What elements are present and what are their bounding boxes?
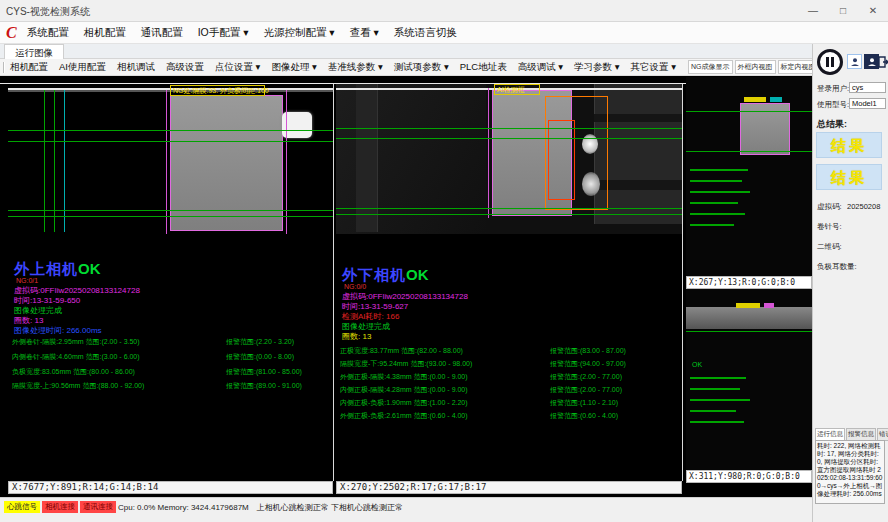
model-label: 使用型号:	[817, 100, 849, 110]
menu-light-config[interactable]: 光源控制配置 ▾	[263, 26, 334, 40]
measurement-alarm: 报警范围:(89.00 - 91.00)	[226, 381, 302, 391]
measurement-row: 内侧正极-负极:1.90mm 范围:(1.00 - 2.20)	[340, 398, 468, 408]
measurement-row: 隔膜宽度-上:90.56mm 范围:(88.00 - 92.00)	[12, 381, 144, 391]
thumbtab-outer-view[interactable]: 外框内视图	[735, 60, 776, 74]
measurement-alarm: 报警范围:(2.00 - 77.00)	[550, 385, 622, 395]
neg-tab-count-label: 负极耳数量:	[817, 262, 857, 272]
tool-ai-config[interactable]: AI使用配置	[59, 61, 106, 74]
tool-test-params[interactable]: 测试项参数 ▾	[394, 61, 449, 74]
pause-button[interactable]	[817, 49, 843, 75]
measurement-alarm: 报警范围:(0.60 - 4.00)	[550, 411, 618, 421]
measure-line-h1	[336, 128, 682, 129]
tool-other-settings[interactable]: 其它设置 ▾	[631, 61, 676, 74]
heartbeat-badge: 心跳信号	[4, 501, 40, 513]
exit-door-icon	[877, 56, 888, 68]
camera-name: 外上相机	[14, 260, 78, 277]
guide-line-magenta-right	[286, 90, 287, 234]
tab-strip: 运行图像	[0, 44, 812, 59]
thumbtab-ng-display[interactable]: NG成像显示	[688, 60, 733, 74]
panel-separator-2	[682, 84, 683, 481]
measure-line-h2	[336, 138, 682, 139]
upper-camera-view[interactable]: NG处:隔膜:93. 外负极间距:100 外上相机OK NG:0/1 虚拟码:0…	[8, 84, 333, 481]
measurement-alarm: 报警范围:(94.00 - 97.00)	[550, 359, 626, 369]
measurement-row: 外侧卷针-隔膜:2.95mm 范围:(2.00 - 3.50)	[12, 337, 140, 347]
total-result-label: 总结果:	[817, 118, 847, 131]
thumb1-line1	[686, 111, 812, 112]
thumb2-text-line	[690, 410, 736, 412]
menu-language-switch[interactable]: 系统语言切换	[394, 26, 457, 40]
measurement-row: 内侧卷针-隔膜:4.60mm 范围:(3.00 - 6.00)	[12, 352, 140, 362]
menu-comm-config[interactable]: 通讯配置	[141, 26, 183, 40]
glare-spot-1	[582, 134, 598, 154]
right-sidebar: 登录用户: cys 使用型号: Model1 总结果: 结果 结果 虚拟码: 2…	[812, 44, 888, 522]
tool-advanced-settings[interactable]: 高级设置	[166, 61, 204, 74]
lower-camera-view[interactable]: AI检测框 外下相机OK NG:0/0 虚拟码:0FFIiw2025020813…	[336, 84, 682, 481]
result-badge-upper: 结果	[816, 132, 882, 158]
toolbar: 相机配置 AI使用配置 相机调试 高级设置 点位设置 ▾ 图像处理 ▾ 基准线参…	[0, 59, 686, 76]
thumbnail-2[interactable]: OK	[686, 289, 812, 470]
tool-advanced-debug[interactable]: 高级调试 ▾	[518, 61, 563, 74]
camera-ok-status: OK	[78, 260, 101, 277]
maximize-icon[interactable]: □	[828, 0, 858, 22]
thumbnail-1[interactable]	[686, 77, 812, 276]
tool-point-settings[interactable]: 点位设置 ▾	[215, 61, 260, 74]
app-logo-icon: C	[6, 24, 17, 42]
thumb2-bright-band	[686, 307, 812, 329]
measurement-row: 隔膜宽度-下:95.24mm 范围:(93.00 - 98.00)	[340, 359, 472, 369]
pin-number-label: 卷针号:	[817, 222, 842, 232]
glare-spot-2	[582, 172, 600, 196]
menu-view[interactable]: 查看 ▾	[350, 26, 379, 40]
measure-line-h3	[336, 208, 682, 209]
thumb2-magenta-mark	[764, 303, 774, 308]
thumb1-text-line	[690, 202, 738, 204]
user-icon	[850, 57, 860, 67]
camera-ok-status: OK	[406, 266, 429, 283]
camera-link-badge: 相机连接	[42, 501, 78, 513]
status-bar: 心跳信号 相机连接 通讯连接 Cpu: 0.0% Memory: 3424.41…	[0, 497, 812, 522]
login-user-field[interactable]: cys	[849, 82, 886, 93]
thumb1-text-line	[690, 191, 750, 193]
ng-count-note: NG:0/0	[344, 283, 366, 290]
measurement-alarm: 报警范围:(83.00 - 87.00)	[550, 346, 626, 356]
ng-region-label: NG处:隔膜:93. 外负极间距:100	[173, 86, 269, 96]
logout-button[interactable]	[875, 54, 888, 69]
tool-camera-config[interactable]: 相机配置	[10, 61, 48, 74]
measurement-alarm: 报警范围:(81.00 - 85.00)	[226, 367, 302, 377]
login-user-button[interactable]	[847, 54, 862, 69]
measurement-alarm: 报警范围:(2.20 - 3.20)	[226, 337, 294, 347]
tool-image-processing[interactable]: 图像处理 ▾	[271, 61, 316, 74]
measurement-row: 内侧正极-隔膜:4.28mm 范围:(0.00 - 9.00)	[340, 385, 468, 395]
minimize-icon[interactable]: —	[798, 0, 828, 22]
tool-plc-address[interactable]: PLC地址表	[460, 61, 507, 74]
tool-baseline-params[interactable]: 基准线参数 ▾	[328, 61, 383, 74]
run-log-text[interactable]: 耗时: 222, 网络检测耗时: 17, 网络分类耗时: 0, 网络提取分区耗时…	[815, 440, 885, 504]
upper-camera-coords: X:7677;Y:891;R:14;G:14;B:14	[8, 481, 333, 494]
close-icon[interactable]: ✕	[858, 0, 888, 22]
thumb2-line1	[686, 331, 812, 332]
ai-detect-box-red	[548, 120, 575, 200]
thumb2-ok-text: OK	[692, 361, 702, 368]
thumb2-text-line	[690, 388, 740, 390]
cpu-memory-status: Cpu: 0.0% Memory: 3424.4179687M	[118, 503, 249, 512]
window-controls: — □ ✕	[798, 0, 888, 22]
turns-line: 圈数: 13	[342, 331, 371, 342]
thumb1-label-mark	[744, 97, 766, 102]
measure-line-h1	[8, 130, 333, 131]
guide-line-magenta	[488, 88, 489, 218]
window-title: CYS-视觉检测系统	[6, 5, 90, 19]
measurement-row: 外侧正极-负极:2.61mm 范围:(0.60 - 4.00)	[340, 411, 468, 421]
tool-learn-params[interactable]: 学习参数 ▾	[574, 61, 619, 74]
pause-icon	[826, 57, 834, 67]
tool-camera-debug[interactable]: 相机调试	[117, 61, 155, 74]
thumb1-text-line	[690, 224, 734, 226]
result-badge-lower: 结果	[816, 164, 882, 190]
login-user-label: 登录用户:	[817, 84, 849, 94]
tab-run-image[interactable]: 运行图像	[4, 44, 64, 59]
camera-heartbeat-status: 上相机心跳检测正常 下相机心跳检测正常	[257, 502, 403, 513]
model-field[interactable]: Model1	[849, 98, 886, 109]
menu-camera-config[interactable]: 相机配置	[84, 26, 126, 40]
menu-system-config[interactable]: 系统配置	[27, 26, 69, 40]
camera-name: 外下相机	[342, 266, 406, 283]
menu-io-config[interactable]: IO手配置 ▾	[198, 26, 249, 40]
thumb2-text-line	[690, 421, 744, 423]
